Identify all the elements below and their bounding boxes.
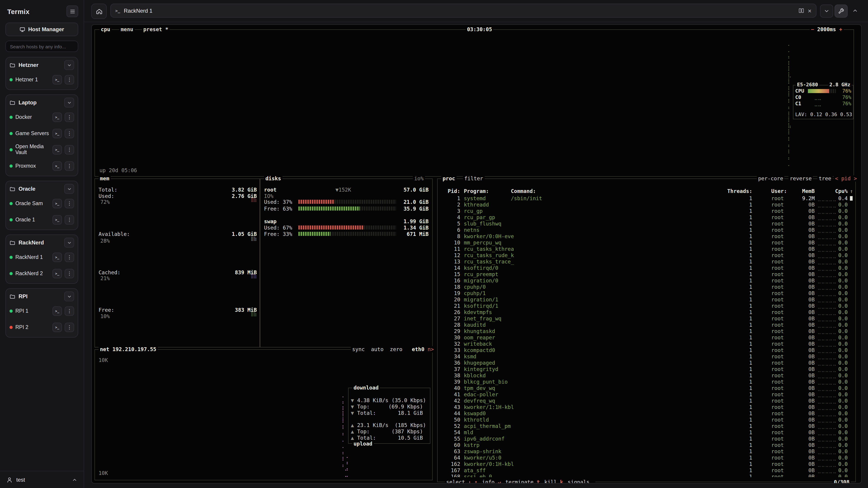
hamburger-menu-button[interactable] bbox=[66, 5, 78, 17]
host-row[interactable]: Hetzner 1>_⋮ bbox=[8, 71, 75, 88]
host-row[interactable]: Game Servers>_⋮ bbox=[8, 125, 75, 141]
proc-row[interactable]: 21ksoftirqd/11root0B⣀⣀⣀⣀⣀0.0 bbox=[438, 303, 855, 309]
proc-row[interactable]: 1systemd/sbin/init1root9.2M⣀⣀⣀⣀⣀0.4 bbox=[438, 195, 855, 201]
user-footer[interactable]: test bbox=[0, 471, 84, 488]
proc-row[interactable]: 41edac-poller1root0B⣀⣀⣀⣀⣀0.0 bbox=[438, 391, 855, 398]
proc-row[interactable]: 64kworker/u5:01root0B⣀⣀⣀⣀⣀0.0 bbox=[438, 455, 855, 461]
net-interface-control[interactable]: eth0 n> bbox=[409, 346, 434, 352]
host-menu-button[interactable]: ⋮ bbox=[65, 252, 74, 262]
proc-row[interactable]: 44kswapd01root0B⣀⣀⣀⣀⣀0.0 bbox=[438, 410, 855, 417]
proc-row[interactable]: 27inet_frag_wq1root0B⣀⣀⣀⣀⣀0.0 bbox=[438, 315, 855, 322]
host-menu-button[interactable]: ⋮ bbox=[65, 306, 74, 316]
proc-row[interactable]: 18cpuhp/01root0B⣀⣀⣀⣀⣀0.0 bbox=[438, 284, 855, 290]
proc-row[interactable]: 26kdevtmpfs1root0B⣀⣀⣀⣀⣀0.0 bbox=[438, 309, 855, 315]
host-connect-button[interactable]: >_ bbox=[53, 129, 62, 138]
host-menu-button[interactable]: ⋮ bbox=[65, 75, 74, 84]
terminal-screen[interactable]: cpu menu preset * 03:30:05 − 2000ms + ⡀⡀… bbox=[91, 24, 862, 484]
host-menu-button[interactable]: ⋮ bbox=[65, 199, 74, 208]
proc-row[interactable]: 63zswap-shrink1root0B⣀⣀⣀⣀⣀0.0 bbox=[438, 448, 855, 455]
folder-chevron-button[interactable] bbox=[64, 291, 74, 301]
net-control-zero[interactable]: zero bbox=[390, 346, 402, 352]
host-row[interactable]: Oracle 1>_⋮ bbox=[8, 212, 75, 228]
proc-row[interactable]: 3rcu_gp1root0B⣀⣀⣀⣀⣀0.0 bbox=[438, 208, 855, 214]
net-controls[interactable]: syncautozero eth0 n> bbox=[351, 346, 435, 352]
net-control-auto[interactable]: auto bbox=[371, 346, 383, 352]
proc-row[interactable]: 20migration/11root0B⣀⣀⣀⣀⣀0.0 bbox=[438, 296, 855, 303]
menu-button[interactable]: menu bbox=[119, 26, 134, 33]
proc-row[interactable]: 55ipv6_addrconf1root0B⣀⣀⣀⣀⣀0.0 bbox=[438, 435, 855, 442]
proc-row[interactable]: 40tpm_dev_wq1root0B⣀⣀⣀⣀⣀0.0 bbox=[438, 385, 855, 391]
host-menu-button[interactable]: ⋮ bbox=[65, 322, 74, 332]
folder-header-rpi[interactable]: RPI bbox=[8, 290, 75, 303]
proc-row[interactable]: 4rcu_par_gp1root0B⣀⣀⣀⣀⣀0.0 bbox=[438, 214, 855, 221]
folder-header-laptop[interactable]: Laptop bbox=[8, 96, 75, 109]
host-connect-button[interactable]: >_ bbox=[53, 322, 62, 332]
folder-header-hetzner[interactable]: Hetzner bbox=[8, 59, 75, 71]
tab-close-icon[interactable]: × bbox=[808, 7, 811, 14]
host-connect-button[interactable]: >_ bbox=[53, 252, 62, 262]
proc-row[interactable]: 167ata_sff1root0B⣀⣀⣀⣀⣀0.0 bbox=[438, 467, 855, 474]
host-menu-button[interactable]: ⋮ bbox=[65, 129, 74, 138]
hint-terminate[interactable]: terminate t bbox=[505, 479, 540, 484]
proc-row[interactable]: 10mm_percpu_wq1root0B⣀⣀⣀⣀⣀0.0 bbox=[438, 239, 855, 246]
host-connect-button[interactable]: >_ bbox=[53, 306, 62, 316]
split-view-icon[interactable] bbox=[798, 8, 804, 13]
host-row[interactable]: Docker>_⋮ bbox=[8, 109, 75, 125]
proc-row[interactable]: 12rcu_tasks_rude_k1root0B⣀⣀⣀⣀⣀0.0 bbox=[438, 252, 855, 258]
proc-row[interactable]: 30oom_reaper1root0B⣀⣀⣀⣀⣀0.0 bbox=[438, 334, 855, 341]
proc-row[interactable]: 60kstrp1root0B⣀⣀⣀⣀⣀0.0 bbox=[438, 442, 855, 448]
proc-row[interactable]: 162kworker/0:1H-kbl1root0B⣀⣀⣀⣀⣀0.0 bbox=[438, 461, 855, 467]
proc-row[interactable]: 39blkcg_punt_bio1root0B⣀⣀⣀⣀⣀0.0 bbox=[438, 379, 855, 385]
proc-row[interactable]: 6netns1root0B⣀⣀⣀⣀⣀0.0 bbox=[438, 227, 855, 233]
panel-chevron-down-button[interactable] bbox=[820, 4, 833, 18]
proc-row[interactable]: 5slub_flushwq1root0B⣀⣀⣀⣀⣀0.0 bbox=[438, 221, 855, 227]
folder-chevron-button[interactable] bbox=[64, 98, 74, 107]
proc-row[interactable]: 8kworker/0:0H-eve1root0B⣀⣀⣀⣀⣀0.0 bbox=[438, 233, 855, 239]
proc-row[interactable]: 19cpuhp/11root0B⣀⣀⣀⣀⣀0.0 bbox=[438, 290, 855, 296]
proc-row[interactable]: 42devfreq_wq1root0B⣀⣀⣀⣀⣀0.0 bbox=[438, 398, 855, 404]
proc-row[interactable]: 33kcompactd01root0B⣀⣀⣀⣀⣀0.0 bbox=[438, 347, 855, 353]
host-connect-button[interactable]: >_ bbox=[53, 199, 62, 208]
proc-row[interactable]: 14ksoftirqd/01root0B⣀⣀⣀⣀⣀0.0 bbox=[438, 265, 855, 271]
proc-row[interactable]: 29khungtaskd1root0B⣀⣀⣀⣀⣀0.0 bbox=[438, 328, 855, 334]
host-menu-button[interactable]: ⋮ bbox=[65, 112, 74, 122]
proc-row[interactable]: 2kthreadd1root0B⣀⣀⣀⣀⣀0.0 bbox=[438, 201, 855, 208]
proc-row[interactable]: 37kintegrityd1root0B⣀⣀⣀⣀⣀0.0 bbox=[438, 366, 855, 372]
host-menu-button[interactable]: ⋮ bbox=[65, 161, 74, 170]
host-row[interactable]: RPI 2>_⋮ bbox=[8, 319, 75, 335]
host-menu-button[interactable]: ⋮ bbox=[65, 269, 74, 278]
io-toggle[interactable]: io% bbox=[413, 175, 425, 182]
search-input[interactable] bbox=[5, 41, 78, 52]
host-row[interactable]: RackNerd 2>_⋮ bbox=[8, 265, 75, 282]
host-connect-button[interactable]: >_ bbox=[53, 112, 62, 122]
hint-signals[interactable]: signals bbox=[567, 479, 590, 484]
hint-info[interactable]: info ↵ bbox=[482, 479, 501, 484]
proc-row[interactable]: 34ksmd1root0B⣀⣀⣀⣀⣀0.0 bbox=[438, 353, 855, 360]
host-connect-button[interactable]: >_ bbox=[53, 75, 62, 84]
proc-row[interactable]: 52acpi_thermal_pm1root0B⣀⣀⣀⣀⣀0.0 bbox=[438, 423, 855, 429]
host-manager-button[interactable]: Host Manager bbox=[5, 23, 78, 36]
host-row[interactable]: Proxmox>_⋮ bbox=[8, 158, 75, 174]
net-control-sync[interactable]: sync bbox=[352, 346, 365, 352]
folder-header-racknerd[interactable]: RackNerd bbox=[8, 236, 75, 249]
host-connect-button[interactable]: >_ bbox=[53, 215, 62, 224]
host-menu-button[interactable]: ⋮ bbox=[65, 145, 74, 154]
folder-header-oracle[interactable]: Oracle bbox=[8, 183, 75, 195]
proc-row[interactable]: 50kthrotld1root0B⣀⣀⣀⣀⣀0.0 bbox=[438, 417, 855, 423]
tab-racknerd-1[interactable]: >_ RackNerd 1 × bbox=[110, 4, 816, 18]
host-connect-button[interactable]: >_ bbox=[53, 269, 62, 278]
proc-row[interactable]: 15rcu_preempt1root0B⣀⣀⣀⣀⣀0.0 bbox=[438, 271, 855, 278]
proc-row[interactable]: 11rcu_tasks_kthrea1root0B⣀⣀⣀⣀⣀0.0 bbox=[438, 246, 855, 252]
folder-chevron-button[interactable] bbox=[64, 238, 74, 248]
update-interval[interactable]: − 2000ms + bbox=[809, 26, 844, 33]
hint-select[interactable]: select ↓ ↑ bbox=[446, 479, 477, 484]
host-connect-button[interactable]: >_ bbox=[53, 161, 62, 170]
proc-row[interactable]: 16migration/01root0B⣀⣀⣀⣀⣀0.0 bbox=[438, 278, 855, 284]
host-connect-button[interactable]: >_ bbox=[53, 145, 62, 154]
host-row[interactable]: RackNerd 1>_⋮ bbox=[8, 249, 75, 265]
proc-row[interactable]: 32writeback1root0B⣀⣀⣀⣀⣀0.0 bbox=[438, 341, 855, 347]
host-row[interactable]: RPI 1>_⋮ bbox=[8, 303, 75, 319]
host-row[interactable]: Open Media Vault>_⋮ bbox=[8, 141, 75, 158]
folder-chevron-button[interactable] bbox=[64, 184, 74, 194]
proc-row[interactable]: 28kauditd1root0B⣀⣀⣀⣀⣀0.0 bbox=[438, 322, 855, 328]
